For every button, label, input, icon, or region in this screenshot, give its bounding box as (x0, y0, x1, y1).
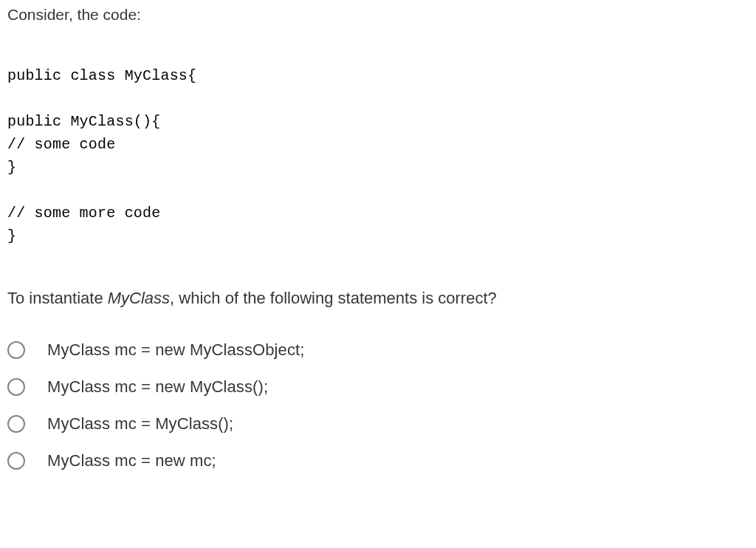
option-label-2[interactable]: MyClass mc = new MyClass(); (47, 377, 268, 397)
code-snippet: public class MyClass{ public MyClass(){ … (7, 64, 749, 247)
options-group: MyClass mc = new MyClassObject; MyClass … (7, 340, 749, 470)
question-em: MyClass (108, 289, 170, 307)
option-row: MyClass mc = new MyClassObject; (7, 340, 749, 360)
question-suffix: , which of the following statements is c… (170, 289, 497, 307)
option-label-4[interactable]: MyClass mc = new mc; (47, 451, 216, 470)
question-page: Consider, the code: public class MyClass… (0, 0, 756, 496)
radio-option-4[interactable] (7, 452, 25, 470)
radio-option-2[interactable] (7, 378, 25, 396)
option-row: MyClass mc = new mc; (7, 451, 749, 470)
option-row: MyClass mc = new MyClass(); (7, 377, 749, 397)
radio-option-1[interactable] (7, 341, 25, 359)
option-label-3[interactable]: MyClass mc = MyClass(); (47, 414, 233, 434)
intro-text: Consider, the code: (7, 4, 749, 24)
radio-option-3[interactable] (7, 415, 25, 433)
option-label-1[interactable]: MyClass mc = new MyClassObject; (47, 340, 304, 360)
question-prefix: To instantiate (7, 289, 108, 307)
option-row: MyClass mc = MyClass(); (7, 414, 749, 434)
question-prompt: To instantiate MyClass, which of the fol… (7, 289, 749, 308)
